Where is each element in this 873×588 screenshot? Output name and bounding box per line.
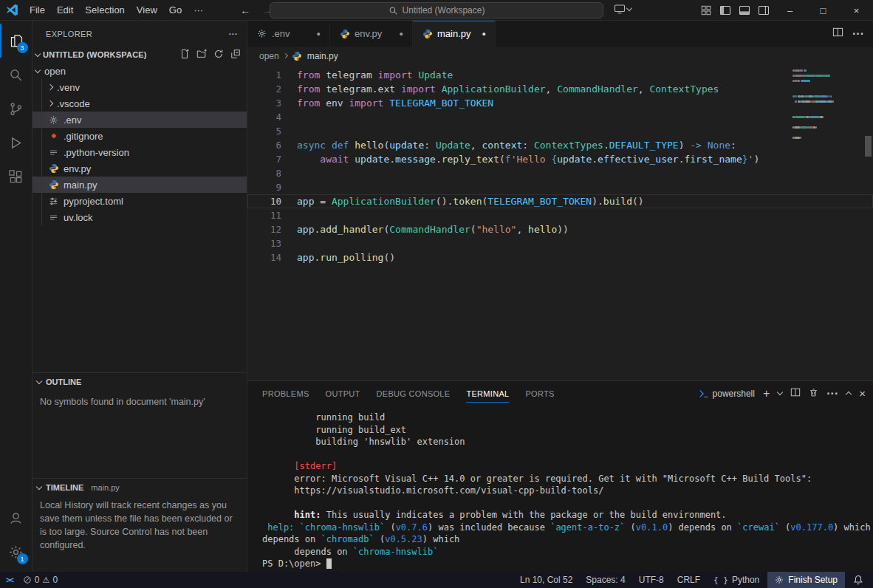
outline-header[interactable]: OUTLINE bbox=[32, 373, 247, 391]
panel-tab-output[interactable]: OUTPUT bbox=[326, 381, 360, 406]
remote-indicator-icon[interactable]: >< bbox=[0, 572, 18, 588]
code-line[interactable]: 8 bbox=[247, 166, 873, 180]
new-terminal-icon[interactable]: + bbox=[763, 388, 770, 400]
close-icon[interactable]: × bbox=[840, 0, 873, 21]
problems-status[interactable]: 0 ⚠ 0 bbox=[18, 575, 62, 585]
new-file-icon[interactable] bbox=[179, 49, 190, 61]
split-editor-icon[interactable] bbox=[832, 27, 843, 41]
code-line[interactable]: 10app = ApplicationBuilder().token(TELEG… bbox=[247, 194, 873, 208]
panel-tab-problems[interactable]: PROBLEMS bbox=[262, 381, 309, 406]
tree-item-env[interactable]: .env bbox=[32, 112, 247, 128]
activity-account[interactable] bbox=[0, 501, 32, 535]
collapse-all-icon[interactable] bbox=[230, 49, 241, 61]
menu-overflow-icon[interactable]: ··· bbox=[188, 4, 209, 16]
notifications-bell-icon[interactable] bbox=[848, 575, 869, 585]
scrollbar-thumb[interactable] bbox=[865, 136, 872, 157]
new-folder-icon[interactable] bbox=[196, 49, 207, 61]
tree-item-main-py[interactable]: main.py bbox=[32, 177, 247, 193]
tree-item-env-py[interactable]: env.py bbox=[32, 160, 247, 177]
outline-title: OUTLINE bbox=[46, 377, 81, 386]
code-line[interactable]: 5 bbox=[247, 124, 873, 138]
code-line[interactable]: 12app.add_handler(CommandHandler("hello"… bbox=[247, 222, 873, 236]
activity-extensions[interactable] bbox=[0, 160, 32, 194]
terminal-dropdown-icon[interactable] bbox=[777, 389, 783, 395]
language-mode[interactable]: { } Python bbox=[708, 575, 764, 585]
modified-dot-icon[interactable]: ● bbox=[482, 30, 486, 38]
toggle-panel-icon[interactable] bbox=[735, 0, 754, 21]
tree-item-gitignore[interactable]: .gitignore bbox=[32, 128, 247, 144]
tree-item-vscode[interactable]: .vscode bbox=[32, 95, 247, 112]
code-line[interactable]: 1from telegram import Update bbox=[247, 68, 873, 82]
indentation[interactable]: Spaces: 4 bbox=[581, 575, 630, 585]
workspace-name: UNTITLED (WORKSPACE) bbox=[43, 50, 147, 59]
line-number: 5 bbox=[247, 124, 281, 138]
code-line[interactable]: 13 bbox=[247, 236, 873, 250]
close-panel-icon[interactable]: × bbox=[859, 388, 866, 399]
panel-more-icon[interactable]: ··· bbox=[826, 387, 838, 400]
maximize-icon[interactable]: □ bbox=[807, 0, 840, 21]
code-text: await update.message.reply_text(f'Hello … bbox=[297, 152, 759, 166]
code-line[interactable]: 14app.run_polling() bbox=[247, 250, 873, 264]
code-line[interactable]: 3from env import TELEGRAM_BOT_TOKEN bbox=[247, 96, 873, 110]
menu-view[interactable]: View bbox=[131, 0, 163, 21]
menu-edit[interactable]: Edit bbox=[51, 0, 79, 21]
line-number: 6 bbox=[247, 138, 281, 152]
toggle-sidebar-icon[interactable] bbox=[716, 0, 735, 21]
activity-run-debug[interactable] bbox=[0, 126, 32, 160]
terminal-output[interactable]: running build running build_ext building… bbox=[247, 406, 873, 572]
screen-share-icon[interactable] bbox=[614, 3, 631, 15]
tab-main-py[interactable]: main.py● bbox=[413, 21, 496, 47]
back-icon[interactable]: ← bbox=[240, 4, 250, 16]
language-label: Python bbox=[732, 575, 759, 585]
code-line[interactable]: 4 bbox=[247, 110, 873, 124]
menu-go[interactable]: Go bbox=[163, 0, 188, 21]
modified-dot-icon[interactable]: ● bbox=[400, 30, 403, 38]
tab-env-py[interactable]: env.py● bbox=[330, 21, 413, 47]
shell-selector[interactable]: powershell bbox=[699, 389, 755, 399]
editor-more-icon[interactable]: ··· bbox=[852, 27, 864, 41]
panel-tab-terminal[interactable]: TERMINAL bbox=[466, 381, 509, 406]
activity-search[interactable] bbox=[0, 58, 32, 92]
tree-item-venv[interactable]: .venv bbox=[32, 79, 247, 95]
minimap-line bbox=[792, 126, 863, 129]
workspace-section-header[interactable]: UNTITLED (WORKSPACE) bbox=[32, 47, 247, 63]
panel-tab-ports[interactable]: PORTS bbox=[525, 381, 554, 406]
code-line[interactable]: 7 await update.message.reply_text(f'Hell… bbox=[247, 152, 873, 166]
breadcrumb-file[interactable]: main.py bbox=[307, 51, 338, 61]
panel-header: PROBLEMSOUTPUTDEBUG CONSOLETERMINALPORTS… bbox=[247, 381, 873, 406]
tree-item-uv-lock[interactable]: uv.lock bbox=[32, 209, 247, 225]
tree-item-pyproject-toml[interactable]: pyproject.toml bbox=[32, 193, 247, 209]
code-line[interactable]: 11 bbox=[247, 208, 873, 222]
timeline-header[interactable]: TIMELINE main.py bbox=[32, 479, 247, 496]
eol-sequence[interactable]: CRLF bbox=[672, 575, 705, 585]
finish-setup-button[interactable]: Finish Setup bbox=[767, 572, 845, 588]
menu-selection[interactable]: Selection bbox=[79, 0, 130, 21]
refresh-icon[interactable] bbox=[213, 49, 224, 61]
code-line[interactable]: 2from telegram.ext import ApplicationBui… bbox=[247, 82, 873, 96]
activity-explorer[interactable]: 3 bbox=[0, 24, 32, 58]
tree-item-open[interactable]: open bbox=[32, 63, 247, 79]
toggle-secondary-sidebar-icon[interactable] bbox=[754, 0, 773, 21]
minimize-icon[interactable]: – bbox=[773, 0, 807, 21]
activity-settings[interactable]: 1 bbox=[0, 535, 32, 569]
tab-env[interactable]: .env● bbox=[247, 21, 330, 47]
workspace-search-box[interactable]: Untitled (Workspace) bbox=[270, 2, 603, 18]
code-line[interactable]: 9 bbox=[247, 180, 873, 194]
modified-dot-icon[interactable]: ● bbox=[317, 30, 321, 38]
split-terminal-icon[interactable] bbox=[790, 387, 801, 400]
maximize-panel-icon[interactable] bbox=[846, 392, 852, 397]
editor-scrollbar[interactable] bbox=[863, 65, 873, 380]
breadcrumb-folder[interactable]: open bbox=[259, 51, 279, 61]
minimap[interactable] bbox=[792, 69, 863, 142]
explorer-more-icon[interactable]: ··· bbox=[229, 30, 238, 38]
menu-file[interactable]: File bbox=[24, 0, 51, 21]
panel-tab-debug-console[interactable]: DEBUG CONSOLE bbox=[377, 381, 451, 406]
activity-source-control[interactable] bbox=[0, 92, 32, 126]
encoding[interactable]: UTF-8 bbox=[634, 575, 669, 585]
kill-terminal-icon[interactable] bbox=[809, 387, 818, 400]
tree-item-python-version[interactable]: .python-version bbox=[32, 144, 247, 160]
grid-layout-icon[interactable] bbox=[696, 0, 716, 21]
code-line[interactable]: 6async def hello(update: Update, context… bbox=[247, 138, 873, 152]
cursor-position[interactable]: Ln 10, Col 52 bbox=[515, 575, 578, 585]
code-editor[interactable]: 1from telegram import Update2from telegr… bbox=[247, 65, 873, 380]
